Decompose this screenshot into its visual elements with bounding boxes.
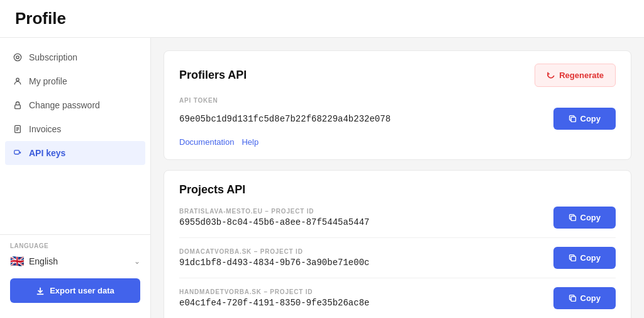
sidebar-item-invoices[interactable]: Invoices xyxy=(0,117,150,141)
sidebar-item-api-keys[interactable]: API keys xyxy=(5,141,145,165)
project-id-domacatvorba: 91dc1bf8-d493-4834-9b76-3a90be71e00c xyxy=(179,258,369,268)
copy-label-bratislava: Copy xyxy=(580,213,601,222)
svg-rect-16 xyxy=(571,297,575,301)
project-label-domacatvorba: DOMACATVORBA.SK – PROJECT ID xyxy=(179,248,369,255)
copy-icon xyxy=(569,254,577,262)
sidebar-item-change-password[interactable]: Change password xyxy=(0,93,150,117)
sidebar: Subscription My profile xyxy=(0,38,151,318)
sidebar-item-my-profile[interactable]: My profile xyxy=(0,69,150,93)
sidebar-item-label-subscription: Subscription xyxy=(29,52,77,62)
table-row: DOMACATVORBA.SK – PROJECT ID 91dc1bf8-d4… xyxy=(179,237,616,278)
profilers-copy-button[interactable]: Copy xyxy=(553,108,616,130)
project-rows: BRATISLAVA-MESTO.EU – PROJECT ID 6955d03… xyxy=(179,207,616,318)
svg-rect-8 xyxy=(14,150,19,154)
svg-point-1 xyxy=(16,56,19,59)
regenerate-button[interactable]: Regenerate xyxy=(535,64,616,87)
project-id-handmadetvorba: e04c1fe4-720f-4191-8350-9fe35b26ac8e xyxy=(179,298,369,308)
export-user-data-button[interactable]: Export user data xyxy=(10,278,140,303)
api-token-value: 69e05bc1d9d131fc5d8e7b22f68229a4b232e078 xyxy=(179,114,553,124)
project-info-handmadetvorba: HANDMADETVORBA.SK – PROJECT ID e04c1fe4-… xyxy=(179,288,369,308)
export-button-label: Export user data xyxy=(50,286,114,295)
project-label-handmadetvorba: HANDMADETVORBA.SK – PROJECT ID xyxy=(179,288,369,295)
profilers-copy-label: Copy xyxy=(580,114,601,123)
download-icon xyxy=(36,287,45,295)
project-id-bratislava: 6955d03b-8c04-45b6-a8ee-87f5445a5447 xyxy=(179,217,369,227)
chevron-down-icon: ⌄ xyxy=(134,257,140,266)
sidebar-item-label-api-keys: API keys xyxy=(29,148,65,158)
copy-button-bratislava[interactable]: Copy xyxy=(553,207,616,229)
language-text: English xyxy=(29,256,129,266)
api-token-label: API TOKEN xyxy=(179,97,616,104)
svg-point-2 xyxy=(16,78,19,81)
api-token-section: API TOKEN 69e05bc1d9d131fc5d8e7b22f68229… xyxy=(179,97,616,130)
sidebar-nav: Subscription My profile xyxy=(0,45,150,234)
profilers-api-title: Profilers API xyxy=(179,69,247,82)
language-label: LANGUAGE xyxy=(10,242,140,249)
copy-button-domacatvorba[interactable]: Copy xyxy=(553,247,616,269)
copy-icon xyxy=(569,294,577,302)
copy-icon xyxy=(569,115,577,123)
subscription-icon xyxy=(13,52,23,62)
regenerate-icon xyxy=(547,71,555,80)
key-icon xyxy=(13,148,23,158)
profilers-api-card: Profilers API Regenerate API TOKEN 69e05… xyxy=(164,50,631,160)
copy-label-handmadetvorba: Copy xyxy=(580,293,601,303)
lock-icon xyxy=(13,100,23,110)
copy-button-handmadetvorba[interactable]: Copy xyxy=(553,287,616,309)
svg-rect-14 xyxy=(571,216,575,220)
user-icon xyxy=(13,76,23,86)
svg-rect-13 xyxy=(571,117,575,122)
svg-point-0 xyxy=(14,54,21,60)
sidebar-item-label-my-profile: My profile xyxy=(29,76,67,86)
sidebar-item-label-invoices: Invoices xyxy=(29,124,61,134)
svg-rect-3 xyxy=(15,105,21,109)
table-row: HANDMADETVORBA.SK – PROJECT ID e04c1fe4-… xyxy=(179,278,616,318)
projects-api-header: Projects API xyxy=(179,183,616,196)
page-title: Profile xyxy=(15,9,629,28)
profilers-api-header: Profilers API Regenerate xyxy=(179,64,616,87)
help-link[interactable]: Help xyxy=(242,137,258,147)
main-content: Profilers API Regenerate API TOKEN 69e05… xyxy=(151,38,644,318)
sidebar-item-label-change-password: Change password xyxy=(29,100,100,110)
regenerate-label: Regenerate xyxy=(559,71,604,80)
svg-rect-15 xyxy=(571,256,575,261)
project-info-bratislava: BRATISLAVA-MESTO.EU – PROJECT ID 6955d03… xyxy=(179,208,369,227)
documentation-link[interactable]: Documentation xyxy=(179,137,234,147)
flag-icon: 🇬🇧 xyxy=(10,254,24,268)
project-info-domacatvorba: DOMACATVORBA.SK – PROJECT ID 91dc1bf8-d4… xyxy=(179,248,369,268)
project-label-bratislava: BRATISLAVA-MESTO.EU – PROJECT ID xyxy=(179,208,369,215)
copy-label-domacatvorba: Copy xyxy=(580,253,601,263)
sidebar-bottom: LANGUAGE 🇬🇧 English ⌄ Export user data xyxy=(0,234,150,310)
sidebar-item-subscription[interactable]: Subscription xyxy=(0,45,150,69)
copy-icon xyxy=(569,213,577,222)
file-icon xyxy=(13,124,23,134)
api-links: Documentation Help xyxy=(179,137,616,147)
api-token-row: 69e05bc1d9d131fc5d8e7b22f68229a4b232e078… xyxy=(179,108,616,130)
table-row: BRATISLAVA-MESTO.EU – PROJECT ID 6955d03… xyxy=(179,207,616,237)
language-selector[interactable]: 🇬🇧 English ⌄ xyxy=(10,252,140,271)
projects-api-card: Projects API BRATISLAVA-MESTO.EU – PROJE… xyxy=(164,170,631,318)
projects-api-title: Projects API xyxy=(179,183,245,196)
